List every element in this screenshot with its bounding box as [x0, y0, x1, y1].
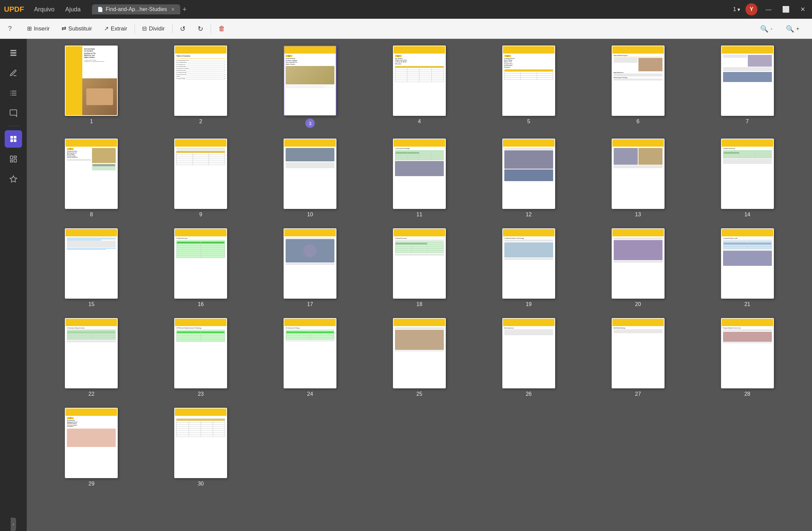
page-nav-chevron[interactable]: ▾ [737, 6, 740, 13]
sidebar-item-list[interactable] [5, 84, 22, 102]
page-thumbnail-30[interactable] [174, 408, 227, 478]
page-number-29: 29 [89, 481, 95, 487]
page-item[interactable]: 15 [40, 228, 143, 307]
user-avatar[interactable]: Y [745, 3, 757, 15]
menu-arquivo[interactable]: Arquivo [29, 5, 59, 14]
replace-button[interactable]: ⇄ Substituir [57, 23, 97, 34]
sidebar-item-edit[interactable] [5, 64, 22, 82]
page-number-9: 9 [199, 212, 202, 218]
page-item[interactable]: 03 Looking Into theBest CollegeMajors Th… [477, 45, 580, 128]
page-thumbnail-21[interactable]: 7. Imperial College London [721, 228, 774, 299]
page-item[interactable]: 25 [368, 318, 471, 397]
page-thumbnail-29[interactable]: 05 Reviewing theApplication Periodand Of… [65, 408, 118, 478]
maximize-button[interactable]: ⬜ [780, 4, 792, 14]
page-thumbnail-2[interactable]: Table of Contents 01. Understanding the … [174, 45, 227, 116]
page-thumbnail-5[interactable]: 03 Looking Into theBest CollegeMajors Th… [502, 45, 555, 116]
page-item[interactable]: Best Experiences 26 [477, 318, 580, 397]
page-thumbnail-1[interactable]: Find and ApplyFor the BestInstitutes In … [65, 45, 118, 116]
page-item[interactable]: 01 Understandingthe Need to ApplyInterna… [259, 45, 362, 128]
page-number-4: 4 [418, 118, 421, 125]
page-item[interactable]: 17 [259, 228, 362, 307]
page-item[interactable]: 10. University of Chicago 24 [259, 318, 362, 397]
page-thumbnail-12[interactable] [502, 139, 555, 209]
sidebar-collapse-button[interactable]: ‹ [11, 518, 16, 531]
page-thumbnail-26[interactable]: Best Experiences [502, 318, 555, 388]
page-thumbnail-22[interactable]: 8. University College of London [65, 318, 118, 388]
insert-button[interactable]: ⊞ Inserir [23, 23, 54, 34]
page-item[interactable]: 9. ETH Zurich Federal Institute of Techn… [149, 318, 252, 397]
page-item[interactable]: 7. Imperial College London [696, 228, 799, 307]
active-tab[interactable]: 📄 Find-and-Ap...her-Studies ✕ [92, 4, 180, 14]
page-thumbnail-11[interactable]: 1. University of Cambridge [393, 139, 446, 209]
rotate-right-button[interactable]: ↻ [193, 23, 208, 35]
page-item[interactable]: 8. University College of London [40, 318, 143, 397]
zoom-out-button[interactable]: 🔍 - [755, 23, 777, 35]
page-item[interactable]: 1. University of Cambridge 11 [368, 139, 471, 218]
page-thumbnail-13[interactable] [612, 139, 665, 209]
page-thumbnail-14[interactable]: 3. Stanford University [721, 139, 774, 209]
sidebar-item-sticker[interactable] [5, 170, 22, 188]
page-item[interactable]: 04 Scholarship RulesAn Overview andHow t… [40, 139, 143, 218]
page-thumbnail-7[interactable] [721, 45, 774, 116]
page-thumbnail-27[interactable]: Add Global Rankings [612, 318, 665, 388]
page-item[interactable]: 30 [149, 408, 252, 487]
page-thumbnail-18[interactable]: 5. Harvard University [393, 228, 446, 299]
page-item[interactable]: 7 [696, 45, 799, 128]
page-number-1: 1 [90, 118, 93, 125]
page-thumbnail-25[interactable] [393, 318, 446, 388]
page-item[interactable]: 9 [149, 139, 252, 218]
page-item[interactable]: 02 The 10 BestGlobal UniversitiesLeading… [368, 45, 471, 128]
page-item[interactable]: 05 Reviewing theApplication Periodand Of… [40, 408, 143, 487]
page-thumbnail-17[interactable] [284, 228, 336, 299]
page-thumbnail-19[interactable]: 6. California Institute of Technology [502, 228, 555, 299]
page-item[interactable]: 20 [586, 228, 689, 307]
page-thumbnail-4[interactable]: 02 The 10 BestGlobal UniversitiesLeading… [393, 45, 446, 116]
page-item[interactable]: Program Deadlines Cover Letter 28 [696, 318, 799, 397]
page-item[interactable]: Add Global Rankings 27 [586, 318, 689, 397]
page-thumbnail-28[interactable]: Program Deadlines Cover Letter [721, 318, 774, 388]
add-tab-button[interactable]: + [182, 5, 187, 14]
page-number-18: 18 [416, 301, 422, 307]
page-item[interactable]: 4. Oxford University [149, 228, 252, 307]
delete-button[interactable]: 🗑 [214, 23, 230, 34]
page-item[interactable]: Table of Contents 01. Understanding the … [149, 45, 252, 128]
extract-button[interactable]: ↗ Extrair [99, 23, 132, 34]
insert-icon: ⊞ [27, 25, 32, 32]
content-area[interactable]: Find and ApplyFor the BestInstitutes In … [27, 39, 812, 531]
tab-close-button[interactable]: ✕ [171, 7, 175, 12]
rotate-left-button[interactable]: ↺ [175, 23, 190, 35]
menu-ajuda[interactable]: Ajuda [60, 5, 85, 14]
sidebar-item-pages[interactable] [5, 44, 22, 61]
page-thumbnail-20[interactable] [612, 228, 665, 299]
page-thumbnail-10[interactable] [284, 139, 336, 209]
sidebar-item-organize[interactable] [5, 150, 22, 168]
help-icon[interactable]: ? [8, 25, 12, 32]
updf-logo[interactable]: UPDF [4, 5, 24, 14]
page-item[interactable]: 5. Harvard University [368, 228, 471, 307]
svg-rect-12 [14, 139, 16, 142]
page-number-28: 28 [744, 391, 751, 397]
page-thumbnail-23[interactable]: 9. ETH Zurich Federal Institute of Techn… [174, 318, 227, 388]
page-item[interactable]: 10 [259, 139, 362, 218]
page-item[interactable]: 12 [477, 139, 580, 218]
page-thumbnail-15[interactable] [65, 228, 118, 299]
page-nav[interactable]: 1 ▾ [733, 6, 740, 13]
page-item[interactable]: 13 [586, 139, 689, 218]
divide-button[interactable]: ⊟ Dividir [137, 23, 169, 34]
page-thumbnail-8[interactable]: 04 Scholarship RulesAn Overview andHow t… [65, 139, 118, 209]
sidebar-item-annotate[interactable] [5, 104, 22, 122]
page-thumbnail-6[interactable]: Health and Medical Programs [612, 45, 665, 116]
page-thumbnail-9[interactable] [174, 139, 227, 209]
extract-icon: ↗ [104, 25, 109, 32]
page-item[interactable]: 6. California Institute of Technology 19 [477, 228, 580, 307]
close-button[interactable]: ✕ [798, 4, 808, 14]
page-item[interactable]: Health and Medical Programs [586, 45, 689, 128]
minimize-button[interactable]: — [763, 5, 774, 14]
page-item[interactable]: Find and ApplyFor the BestInstitutes In … [40, 45, 143, 128]
sidebar-item-thumbnail[interactable] [5, 130, 22, 148]
zoom-in-button[interactable]: 🔍 + [781, 23, 804, 35]
page-thumbnail-24[interactable]: 10. University of Chicago [284, 318, 336, 388]
page-thumbnail-16[interactable]: 4. Oxford University [174, 228, 227, 299]
page-thumbnail-3[interactable]: 01 Understandingthe Need to ApplyInterna… [284, 45, 336, 116]
page-item[interactable]: 3. Stanford University [696, 139, 799, 218]
